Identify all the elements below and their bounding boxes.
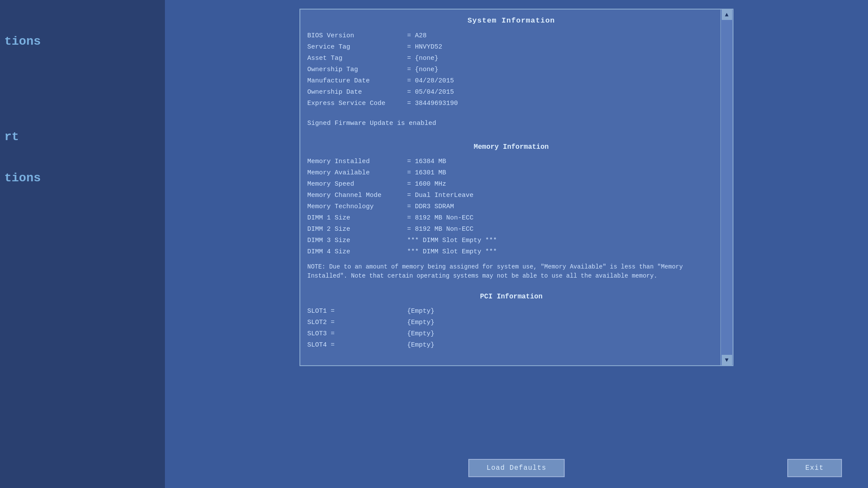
sidebar-text-3: tions bbox=[4, 171, 41, 185]
dimm3-row: DIMM 3 Size *** DIMM Slot Empty *** bbox=[307, 236, 715, 246]
memory-note: NOTE: Due to an amount of memory being a… bbox=[307, 262, 715, 281]
slot3-row: SLOT3 = {Empty} bbox=[307, 329, 715, 339]
bios-version-row: BIOS Version = A28 bbox=[307, 31, 715, 41]
memory-installed-row: Memory Installed = 16384 MB bbox=[307, 157, 715, 167]
pci-section-title: PCI Information bbox=[307, 291, 715, 303]
sidebar-text-2: rt bbox=[4, 130, 19, 144]
dimm3-label: DIMM 3 Size bbox=[307, 236, 407, 246]
ownership-date-value: = 05/04/2015 bbox=[407, 87, 454, 98]
memory-channel-row: Memory Channel Mode = Dual InterLeave bbox=[307, 190, 715, 201]
memory-technology-value: = DDR3 SDRAM bbox=[407, 202, 454, 212]
dimm4-row: DIMM 4 Size *** DIMM Slot Empty *** bbox=[307, 247, 715, 257]
sidebar-text-1: tions bbox=[4, 35, 41, 48]
slot3-label: SLOT3 = bbox=[307, 329, 407, 339]
bottom-bar: Load Defaults Exit bbox=[165, 453, 868, 488]
dimm4-label: DIMM 4 Size bbox=[307, 247, 407, 257]
dimm3-value: *** DIMM Slot Empty *** bbox=[407, 236, 497, 246]
system-info-dialog: ▲ ▼ System Information BIOS Version = A2… bbox=[299, 9, 733, 366]
slot1-value: {Empty} bbox=[407, 306, 434, 317]
bios-version-label: BIOS Version bbox=[307, 31, 407, 41]
service-tag-label: Service Tag bbox=[307, 42, 407, 52]
service-tag-row: Service Tag = HNVYD52 bbox=[307, 42, 715, 52]
slot1-label: SLOT1 = bbox=[307, 306, 407, 317]
dimm2-label: DIMM 2 Size bbox=[307, 224, 407, 235]
manufacture-date-row: Manufacture Date = 04/28/2015 bbox=[307, 76, 715, 86]
scroll-down-arrow[interactable]: ▼ bbox=[722, 355, 732, 365]
express-service-label: Express Service Code bbox=[307, 98, 407, 109]
memory-technology-label: Memory Technology bbox=[307, 202, 407, 212]
dimm1-row: DIMM 1 Size = 8192 MB Non-ECC bbox=[307, 213, 715, 223]
slot2-row: SLOT2 = {Empty} bbox=[307, 318, 715, 328]
dimm4-value: *** DIMM Slot Empty *** bbox=[407, 247, 497, 257]
slot4-value: {Empty} bbox=[407, 340, 434, 350]
dimm2-row: DIMM 2 Size = 8192 MB Non-ECC bbox=[307, 224, 715, 235]
ownership-tag-label: Ownership Tag bbox=[307, 65, 407, 75]
scroll-thumb[interactable] bbox=[721, 20, 733, 355]
memory-section-title: Memory Information bbox=[307, 142, 715, 153]
slot2-value: {Empty} bbox=[407, 318, 434, 328]
dialog-title: System Information bbox=[307, 15, 715, 26]
memory-available-label: Memory Available bbox=[307, 168, 407, 178]
slot4-label: SLOT4 = bbox=[307, 340, 407, 350]
load-defaults-button[interactable]: Load Defaults bbox=[468, 459, 565, 477]
ownership-tag-row: Ownership Tag = {none} bbox=[307, 65, 715, 75]
manufacture-date-label: Manufacture Date bbox=[307, 76, 407, 86]
slot3-value: {Empty} bbox=[407, 329, 434, 339]
sidebar-panel: tions rt tions bbox=[0, 0, 165, 488]
scroll-up-arrow[interactable]: ▲ bbox=[722, 10, 732, 20]
memory-technology-row: Memory Technology = DDR3 SDRAM bbox=[307, 202, 715, 212]
dimm1-label: DIMM 1 Size bbox=[307, 213, 407, 223]
express-service-value: = 38449693190 bbox=[407, 98, 458, 109]
scrollbar[interactable]: ▲ ▼ bbox=[720, 10, 733, 365]
dimm2-value: = 8192 MB Non-ECC bbox=[407, 224, 473, 235]
bios-version-value: = A28 bbox=[407, 31, 427, 41]
dimm1-value: = 8192 MB Non-ECC bbox=[407, 213, 473, 223]
dialog-content: System Information BIOS Version = A28 Se… bbox=[300, 10, 733, 365]
asset-tag-value: = {none} bbox=[407, 53, 438, 64]
main-area: ▲ ▼ System Information BIOS Version = A2… bbox=[165, 0, 868, 488]
memory-installed-label: Memory Installed bbox=[307, 157, 407, 167]
memory-speed-label: Memory Speed bbox=[307, 179, 407, 190]
memory-speed-row: Memory Speed = 1600 MHz bbox=[307, 179, 715, 190]
manufacture-date-value: = 04/28/2015 bbox=[407, 76, 454, 86]
signed-firmware-text: Signed Firmware Update is enabled bbox=[307, 118, 715, 129]
express-service-row: Express Service Code = 38449693190 bbox=[307, 98, 715, 109]
exit-button[interactable]: Exit bbox=[787, 459, 842, 477]
asset-tag-row: Asset Tag = {none} bbox=[307, 53, 715, 64]
ownership-date-row: Ownership Date = 05/04/2015 bbox=[307, 87, 715, 98]
ownership-tag-value: = {none} bbox=[407, 65, 438, 75]
slot4-row: SLOT4 = {Empty} bbox=[307, 340, 715, 350]
slot2-label: SLOT2 = bbox=[307, 318, 407, 328]
memory-available-value: = 16301 MB bbox=[407, 168, 446, 178]
memory-channel-label: Memory Channel Mode bbox=[307, 190, 407, 201]
slot1-row: SLOT1 = {Empty} bbox=[307, 306, 715, 317]
memory-channel-value: = Dual InterLeave bbox=[407, 190, 473, 201]
ownership-date-label: Ownership Date bbox=[307, 87, 407, 98]
memory-speed-value: = 1600 MHz bbox=[407, 179, 446, 190]
memory-installed-value: = 16384 MB bbox=[407, 157, 446, 167]
memory-available-row: Memory Available = 16301 MB bbox=[307, 168, 715, 178]
service-tag-value: = HNVYD52 bbox=[407, 42, 442, 52]
asset-tag-label: Asset Tag bbox=[307, 53, 407, 64]
